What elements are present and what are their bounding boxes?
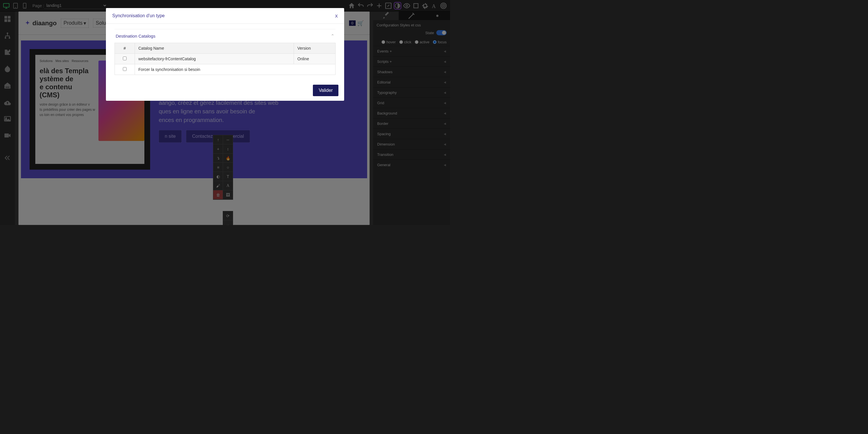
close-button[interactable]: X <box>335 13 338 19</box>
col-hash: # <box>115 43 135 54</box>
dest-label: Destination Catalogs <box>116 34 155 38</box>
col-name: Catalog Name <box>135 43 294 54</box>
catalog-checkbox[interactable] <box>123 57 127 60</box>
force-sync-label: Forcer la synchronisation si besoin <box>135 64 336 75</box>
catalog-table: # Catalog Name Version websitefactory-fr… <box>115 43 336 75</box>
destination-catalogs-header[interactable]: Destination Catalogs ⌃ <box>115 29 336 43</box>
force-checkbox[interactable] <box>123 67 127 71</box>
modal-footer: Valider <box>106 80 344 101</box>
modal-title: Synchronisation d'un type <box>112 13 165 19</box>
col-version: Version <box>294 43 336 54</box>
modal-body: Destination Catalogs ⌃ # Catalog Name Ve… <box>106 24 344 80</box>
sync-modal: Synchronisation d'un type X Destination … <box>106 8 344 101</box>
validate-button[interactable]: Valider <box>313 85 338 96</box>
chevron-up-icon: ⌃ <box>331 33 334 39</box>
table-header-row: # Catalog Name Version <box>115 43 336 54</box>
catalog-version-cell: Online <box>294 54 336 64</box>
modal-header: Synchronisation d'un type X <box>106 8 344 24</box>
table-row: Forcer la synchronisation si besoin <box>115 64 336 75</box>
modal-overlay[interactable]: Synchronisation d'un type X Destination … <box>0 0 450 225</box>
table-row: websitefactory-frContentCatalog Online <box>115 54 336 64</box>
catalog-name-cell: websitefactory-frContentCatalog <box>135 54 294 64</box>
